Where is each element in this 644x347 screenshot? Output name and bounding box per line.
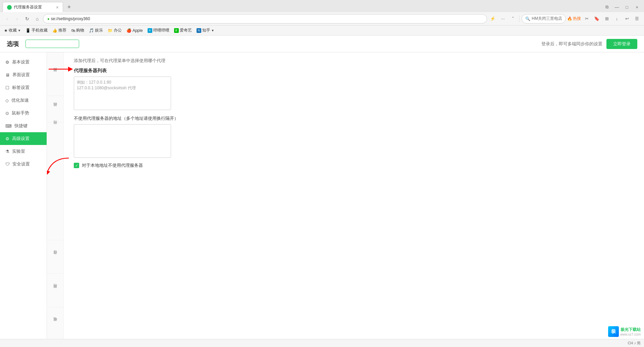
bookmark-bilibili[interactable]: B 哔哩哔哩: [146, 27, 171, 34]
extension-icon[interactable]: ⧉: [602, 3, 611, 11]
advanced-settings-icon: ⚙: [5, 136, 9, 141]
fire-icon[interactable]: 🔥热搜: [567, 16, 581, 21]
status-text: CH ♪ 简: [628, 341, 641, 346]
zhihu-icon: 知: [197, 28, 201, 33]
login-button[interactable]: 立即登录: [606, 39, 637, 49]
sidebar-item-tabs[interactable]: ☐ 标签设置: [0, 81, 47, 94]
menu-icon[interactable]: ☰: [633, 14, 641, 23]
bookmark-yule[interactable]: 🎵 娱乐: [88, 27, 104, 34]
localhost-checkbox[interactable]: ✓: [74, 163, 79, 168]
bookmark-iqiyi[interactable]: 爱 爱奇艺: [173, 27, 193, 34]
sidebar-item-security[interactable]: 🛡 安全设置: [0, 158, 47, 170]
sidebar-item-mouse[interactable]: ⊙ 鼠标手势: [0, 107, 47, 119]
refresh-button[interactable]: ↻: [23, 14, 32, 23]
basic-settings-icon: ⚙: [5, 60, 9, 65]
scissors-icon[interactable]: ✂: [582, 14, 591, 23]
appearance-icon: 🖥: [5, 72, 10, 78]
lab-icon: ⚗: [5, 149, 9, 154]
no-proxy-textarea[interactable]: [74, 124, 171, 158]
proxy-server-title: 代理服务器列表: [74, 68, 634, 74]
star-icon: ★: [4, 28, 8, 33]
bookmark-tuijian[interactable]: 👍 推荐: [51, 27, 68, 34]
iqiyi-icon: 爱: [174, 28, 179, 33]
bookmark-gouwu[interactable]: 🛍 购物: [70, 27, 86, 34]
proxy-server-textarea[interactable]: 例如：127.0.0.1:80 127.0.0.1:1080@socks#ssh…: [74, 77, 171, 110]
watermark: 极 极光下载站 www.xz7.com: [608, 326, 641, 337]
proxy-info-text: 添加代理后，可在代理菜单中选择使用哪个代理: [74, 58, 634, 64]
section-label-neihe: 内核设: [47, 96, 63, 123]
chevron-down-icon: ▼: [18, 29, 21, 32]
home-button[interactable]: ⌂: [33, 14, 42, 23]
music-icon: 🎵: [89, 28, 94, 33]
sidebar-item-optimize[interactable]: ◇ 优化加速: [0, 94, 47, 107]
watermark-site: 极光下载站: [620, 327, 641, 333]
no-proxy-section: 不使用代理服务器的地址（多个地址请使用换行隔开）: [74, 115, 634, 158]
folder-icon: 📁: [108, 28, 113, 33]
page-title: 选项: [7, 40, 19, 48]
sidebar-item-appearance[interactable]: 🖥 界面设置: [0, 68, 47, 81]
active-tab[interactable]: 代理服务器设置 ×: [3, 2, 63, 12]
checkbox-row: ✓ 对于本地地址不使用代理服务器: [74, 162, 634, 168]
shop-icon: 🛍: [71, 28, 75, 33]
security-icon: 🛡: [5, 162, 10, 167]
minimize-button[interactable]: —: [612, 3, 621, 11]
optimize-icon: ◇: [5, 98, 9, 103]
section-label-shengdian: 省电模: [47, 307, 63, 341]
sidebar-item-basic[interactable]: ⚙ 基本设置: [0, 56, 47, 68]
bilibili-icon: B: [148, 28, 152, 33]
tab-favicon: [7, 5, 12, 10]
tabs-icon: ☐: [5, 85, 9, 90]
new-tab-button[interactable]: +: [64, 2, 74, 12]
watermark-url: www.xz7.com: [620, 333, 641, 336]
shortcut-icon: ⌨: [5, 123, 12, 129]
undo-icon[interactable]: ↩: [623, 14, 631, 23]
forward-button[interactable]: ›: [13, 14, 21, 23]
proxy-server-section: 代理服务器列表 例如：127.0.0.1:80 127.0.0.1:1080@s…: [74, 68, 634, 110]
chevron-down-icon-2: ▼: [211, 29, 214, 32]
settings-search-input[interactable]: [25, 40, 79, 48]
tab-close-icon[interactable]: ×: [56, 5, 59, 10]
bottom-status-bar: CH ♪ 简: [0, 339, 644, 347]
section-label-wangye: 网页设: [47, 52, 63, 96]
checkbox-label: 对于本地地址不使用代理服务器: [82, 162, 143, 168]
search-text: HM关闭三里电店: [532, 16, 562, 21]
bookmark-apple[interactable]: 🍎 Apple: [125, 28, 144, 34]
bookmark-shoucang[interactable]: ★ 收藏 ▼: [3, 27, 22, 34]
search-icon: 🔍: [525, 16, 530, 21]
sidebar-item-lab[interactable]: ⚗ 实验室: [0, 145, 47, 158]
lightning-icon[interactable]: ⚡: [488, 14, 497, 23]
mouse-icon: ⊙: [5, 111, 9, 116]
download-icon[interactable]: ↓: [612, 14, 621, 23]
bookmark-mobile[interactable]: 📱 手机收藏: [24, 27, 49, 34]
login-prompt-text: 登录后，即可多端同步你的设置: [541, 41, 602, 47]
close-button[interactable]: ×: [633, 3, 641, 11]
address-secure-icon: ●: [47, 17, 50, 21]
more-menu-button[interactable]: ···: [498, 14, 507, 23]
address-bar[interactable]: ● se://settings/proxy360: [43, 14, 487, 23]
apple-icon: 🍎: [126, 28, 131, 33]
mobile-icon: 📱: [25, 28, 31, 33]
tab-title-text: 代理服务器设置: [14, 4, 54, 10]
bookmark-icon[interactable]: 🔖: [592, 14, 601, 23]
recommend-icon: 👍: [52, 28, 57, 33]
section-label-wangyemiao: 网页缩: [47, 274, 63, 307]
game-icon[interactable]: ⊞: [602, 14, 611, 23]
back-button[interactable]: ‹: [3, 14, 11, 23]
sidebar-item-advanced[interactable]: ⚙ 高级设置: [0, 132, 47, 145]
dropdown-icon[interactable]: ˅: [508, 14, 517, 23]
no-proxy-title: 不使用代理服务器的地址（多个地址请使用换行隔开）: [74, 115, 634, 121]
section-label-huancun: 缓存目: [47, 240, 63, 274]
section-label-wangluo: 网络: [47, 123, 63, 240]
address-text: se://settings/proxy360: [51, 16, 483, 21]
bookmark-bangong[interactable]: 📁 办公: [106, 27, 123, 34]
maximize-button[interactable]: □: [623, 3, 631, 11]
sidebar-item-shortcuts[interactable]: ⌨ 快捷键: [0, 119, 47, 132]
search-bar[interactable]: 🔍 HM关闭三里电店: [522, 14, 566, 23]
bookmark-zhihu[interactable]: 知 知乎 ▼: [195, 27, 216, 34]
